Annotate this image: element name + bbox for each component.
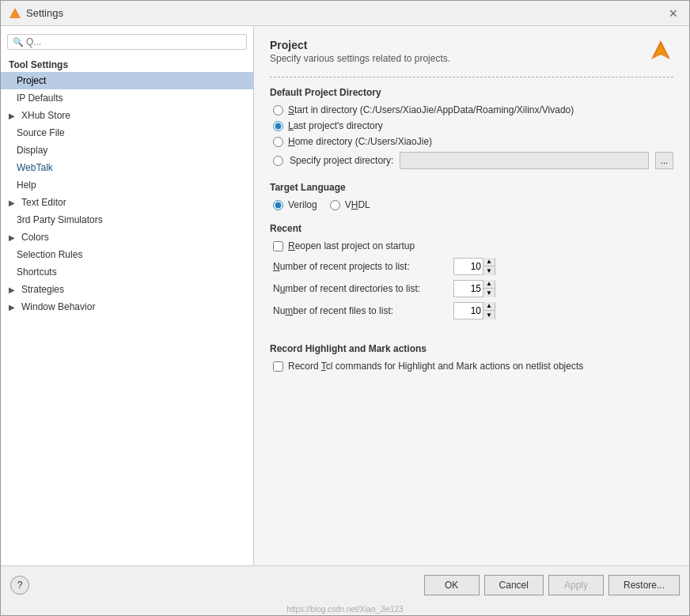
sidebar-item-webtalk[interactable]: WebTalk xyxy=(1,159,253,176)
tool-settings-label: Tool Settings xyxy=(1,56,253,72)
sidebar-item-source-file[interactable]: Source File xyxy=(1,124,253,142)
panel-subtitle: Specify various settings related to proj… xyxy=(270,53,450,64)
reopen-checkbox-row: Reopen last project on startup xyxy=(270,240,673,251)
help-button[interactable]: ? xyxy=(10,576,29,595)
expand-icon: ▶ xyxy=(9,111,17,120)
radio-row-vhdl: VHDL xyxy=(330,199,370,210)
sidebar-item-colors[interactable]: ▶ Colors xyxy=(1,229,253,246)
radio-verilog[interactable] xyxy=(273,200,283,210)
record-tcl-label[interactable]: Record Tcl commands for Highlight and Ma… xyxy=(288,361,583,372)
header-divider xyxy=(270,77,673,77)
apply-button[interactable]: Apply xyxy=(548,575,604,595)
radio-home-dir[interactable] xyxy=(273,137,283,147)
num-recent-files-input[interactable] xyxy=(454,303,483,319)
num-recent-files-spinner: ▲ ▼ xyxy=(453,302,495,319)
sidebar-item-window-behavior[interactable]: ▶ Window Behavior xyxy=(1,298,253,316)
bottom-right: OK Cancel Apply Restore... xyxy=(424,575,680,595)
target-language-options: Verilog VHDL xyxy=(270,199,673,210)
panel-header: Project Specify various settings related… xyxy=(270,39,673,64)
spin-down-btn[interactable]: ▼ xyxy=(483,289,495,297)
bottom-left: ? xyxy=(10,576,29,595)
window-title: Settings xyxy=(26,7,63,19)
record-highlight-section: Record Highlight and Mark actions Record… xyxy=(270,343,673,372)
sidebar-item-xhub-store[interactable]: ▶ XHub Store xyxy=(1,107,253,124)
search-box[interactable]: 🔍 xyxy=(7,34,247,50)
sidebar-item-project[interactable]: Project xyxy=(1,72,253,89)
radio-specify-dir[interactable] xyxy=(273,156,283,166)
num-recent-dirs-input[interactable] xyxy=(454,281,483,297)
spinner-btns: ▲ ▼ xyxy=(483,302,495,319)
panel-title: Project xyxy=(270,39,450,51)
num-recent-projects-row: Number of recent projects to list: ▲ ▼ xyxy=(270,258,673,275)
sidebar-item-label: WebTalk xyxy=(17,162,53,173)
num-recent-dirs-label: Number of recent directories to list: xyxy=(273,283,447,294)
radio-label-start-in-dir[interactable]: Start in directory (C:/Users/XiaoJie/App… xyxy=(288,104,574,115)
radio-row-start-in-dir: Start in directory (C:/Users/XiaoJie/App… xyxy=(273,104,673,115)
sidebar-item-shortcuts[interactable]: Shortcuts xyxy=(1,263,253,281)
sidebar-item-label: Strategies xyxy=(21,284,64,295)
sidebar-item-label: XHub Store xyxy=(21,110,70,121)
spinner-btns: ▲ ▼ xyxy=(483,258,495,275)
browse-button[interactable]: ... xyxy=(655,152,673,169)
spin-up-btn[interactable]: ▲ xyxy=(483,258,495,266)
ok-button[interactable]: OK xyxy=(424,575,480,595)
spin-down-btn[interactable]: ▼ xyxy=(483,266,495,275)
settings-window: Settings ✕ 🔍 Tool Settings Project IP De… xyxy=(0,0,690,616)
radio-vhdl[interactable] xyxy=(330,200,340,210)
radio-label-last-project[interactable]: Last project's directory xyxy=(288,120,383,131)
title-bar: Settings ✕ xyxy=(1,1,689,26)
record-highlight-title: Record Highlight and Mark actions xyxy=(270,343,673,354)
radio-last-project[interactable] xyxy=(273,121,283,131)
radio-row-home-dir: Home directory (C:/Users/XiaoJie) xyxy=(273,136,673,147)
sidebar-item-label: Colors xyxy=(21,232,49,243)
radio-label-vhdl[interactable]: VHDL xyxy=(345,199,370,210)
default-project-dir-options: Start in directory (C:/Users/XiaoJie/App… xyxy=(270,104,673,169)
spinner-btns: ▲ ▼ xyxy=(483,280,495,297)
default-project-dir-title: Default Project Directory xyxy=(270,87,673,98)
reopen-checkbox[interactable] xyxy=(273,241,283,251)
close-button[interactable]: ✕ xyxy=(665,6,681,21)
radio-label-specify-dir[interactable]: Specify project directory: xyxy=(290,155,393,166)
expand-icon: ▶ xyxy=(9,233,17,242)
sidebar-item-help[interactable]: Help xyxy=(1,176,253,194)
sidebar-item-selection-rules[interactable]: Selection Rules xyxy=(1,246,253,263)
sidebar-item-label: Help xyxy=(17,180,36,191)
num-recent-files-label: Number of recent files to list: xyxy=(273,305,447,316)
radio-row-last-project: Last project's directory xyxy=(273,120,673,131)
sidebar-item-3rd-party[interactable]: 3rd Party Simulators xyxy=(1,211,253,229)
expand-icon: ▶ xyxy=(9,198,17,207)
right-panel: Project Specify various settings related… xyxy=(254,26,689,565)
sidebar-item-label: Text Editor xyxy=(21,197,66,208)
record-highlight-checkbox-row: Record Tcl commands for Highlight and Ma… xyxy=(270,361,673,372)
search-input[interactable] xyxy=(26,36,241,47)
main-content: 🔍 Tool Settings Project IP Defaults ▶ XH… xyxy=(1,26,689,565)
specify-dir-input[interactable] xyxy=(400,152,648,169)
sidebar-item-text-editor[interactable]: ▶ Text Editor xyxy=(1,194,253,211)
sidebar-item-strategies[interactable]: ▶ Strategies xyxy=(1,281,253,298)
cancel-button[interactable]: Cancel xyxy=(484,575,544,595)
sidebar-item-label: Project xyxy=(17,75,46,86)
spin-up-btn[interactable]: ▲ xyxy=(483,302,495,311)
num-recent-files-row: Number of recent files to list: ▲ ▼ xyxy=(270,302,673,319)
radio-label-verilog[interactable]: Verilog xyxy=(288,199,317,210)
sidebar: 🔍 Tool Settings Project IP Defaults ▶ XH… xyxy=(1,26,254,565)
sidebar-item-display[interactable]: Display xyxy=(1,142,253,159)
radio-label-home-dir[interactable]: Home directory (C:/Users/XiaoJie) xyxy=(288,136,432,147)
sidebar-item-label: 3rd Party Simulators xyxy=(17,214,103,225)
sidebar-item-label: IP Defaults xyxy=(17,93,63,104)
spin-up-btn[interactable]: ▲ xyxy=(483,280,495,289)
bottom-bar: ? OK Cancel Apply Restore... xyxy=(1,565,689,603)
restore-button[interactable]: Restore... xyxy=(608,575,680,595)
expand-icon: ▶ xyxy=(9,303,17,312)
record-tcl-checkbox[interactable] xyxy=(273,361,283,372)
recent-section: Recent Reopen last project on startup Nu… xyxy=(270,223,673,324)
num-recent-dirs-row: Number of recent directories to list: ▲ … xyxy=(270,280,673,297)
sidebar-item-ip-defaults[interactable]: IP Defaults xyxy=(1,89,253,107)
spin-down-btn[interactable]: ▼ xyxy=(483,311,495,319)
search-icon: 🔍 xyxy=(13,37,24,47)
num-recent-projects-input[interactable] xyxy=(454,259,483,274)
recent-title: Recent xyxy=(270,223,673,234)
reopen-label[interactable]: Reopen last project on startup xyxy=(288,240,415,251)
radio-start-in-dir[interactable] xyxy=(273,105,283,115)
vivado-logo xyxy=(648,39,673,64)
